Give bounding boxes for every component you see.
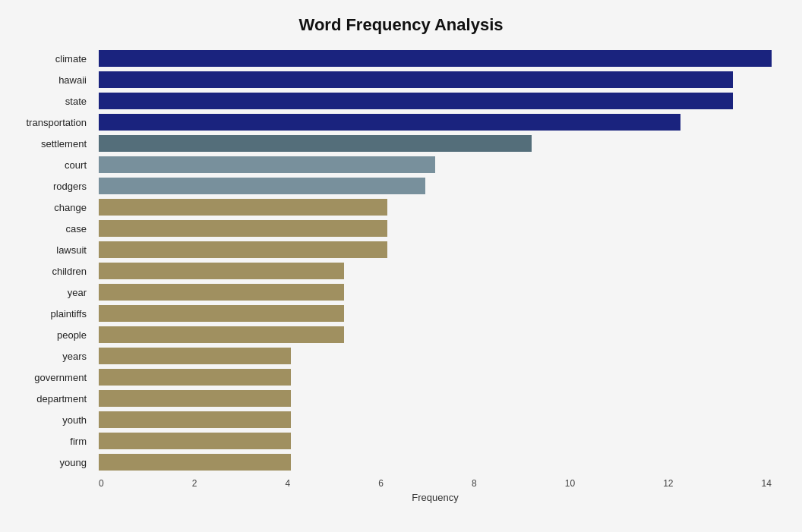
bar-wrapper <box>99 199 772 216</box>
bar-label: firm <box>9 436 93 447</box>
x-tick-label: 10 <box>565 478 575 489</box>
bar-row: children <box>99 261 772 281</box>
bar-wrapper <box>99 178 772 194</box>
bar-fill <box>99 93 733 109</box>
bar-label: youth <box>9 414 93 426</box>
bar-row: years <box>99 346 772 366</box>
bar-row: lawsuit <box>99 240 772 260</box>
bar-row: transportation <box>99 112 772 132</box>
bar-fill <box>99 199 387 216</box>
x-tick-label: 0 <box>99 478 104 489</box>
bar-row: government <box>99 367 772 387</box>
bar-label: settlement <box>9 138 93 150</box>
bar-fill <box>99 241 387 258</box>
bar-fill <box>99 135 532 152</box>
bar-fill <box>99 263 344 279</box>
bar-label: transportation <box>9 117 93 128</box>
bar-wrapper <box>99 71 772 88</box>
x-tick-label: 2 <box>192 478 197 489</box>
bar-wrapper <box>99 454 772 471</box>
bar-row: court <box>99 155 772 175</box>
bar-fill <box>99 114 680 131</box>
chart-title: Word Frequency Analysis <box>30 15 772 35</box>
x-tick-label: 4 <box>286 478 291 489</box>
bar-fill <box>99 369 291 386</box>
bar-fill <box>99 71 733 88</box>
bar-wrapper <box>99 411 772 428</box>
x-ticks: 02468101214 <box>99 478 772 489</box>
bar-wrapper <box>99 156 772 173</box>
bar-row: plaintiffs <box>99 304 772 323</box>
bar-fill <box>99 390 291 407</box>
bar-wrapper <box>99 305 772 322</box>
bar-wrapper <box>99 50 772 67</box>
bars-area: climatehawaiistatetransportationsettleme… <box>99 49 772 472</box>
bar-label: rodgers <box>9 181 93 192</box>
bar-row: rodgers <box>99 176 772 196</box>
bar-row: settlement <box>99 134 772 153</box>
bar-fill <box>99 433 291 449</box>
bar-fill <box>99 454 291 471</box>
bar-label: young <box>9 457 93 468</box>
bar-fill <box>99 305 344 322</box>
bar-wrapper <box>99 114 772 131</box>
bar-wrapper <box>99 369 772 386</box>
bar-label: lawsuit <box>9 244 93 256</box>
bar-wrapper <box>99 284 772 301</box>
bar-label: court <box>9 159 93 171</box>
bar-fill <box>99 50 772 67</box>
bar-row: people <box>99 325 772 345</box>
bar-fill <box>99 156 435 173</box>
bar-fill <box>99 348 291 364</box>
chart-container: Word Frequency Analysis climatehawaiista… <box>0 0 802 532</box>
x-tick-label: 8 <box>472 478 477 489</box>
bar-label: climate <box>9 53 93 65</box>
bar-wrapper <box>99 433 772 449</box>
bar-row: change <box>99 197 772 217</box>
x-tick-label: 6 <box>378 478 384 489</box>
bar-fill <box>99 220 387 237</box>
bar-fill <box>99 411 291 428</box>
bar-row: case <box>99 219 772 238</box>
bar-wrapper <box>99 220 772 237</box>
bar-label: people <box>9 329 93 341</box>
bar-label: government <box>9 372 93 383</box>
bar-wrapper <box>99 241 772 258</box>
bar-label: hawaii <box>9 74 93 86</box>
bar-wrapper <box>99 390 772 407</box>
bar-label: change <box>9 202 93 213</box>
bar-fill <box>99 284 344 301</box>
x-tick-label: 14 <box>762 478 772 489</box>
bar-wrapper <box>99 263 772 279</box>
bar-label: state <box>9 96 93 107</box>
bar-wrapper <box>99 326 772 343</box>
bar-row: department <box>99 389 772 408</box>
bar-wrapper <box>99 135 772 152</box>
bar-row: firm <box>99 431 772 451</box>
bar-row: year <box>99 282 772 302</box>
bar-label: department <box>9 393 93 405</box>
bar-label: plaintiffs <box>9 308 93 320</box>
bar-row: state <box>99 91 772 111</box>
bar-row: young <box>99 452 772 472</box>
x-axis-label: Frequency <box>99 492 772 503</box>
bar-row: climate <box>99 49 772 68</box>
bar-label: year <box>9 287 93 298</box>
bar-label: case <box>9 223 93 235</box>
bar-row: hawaii <box>99 70 772 90</box>
x-tick-label: 12 <box>663 478 673 489</box>
bar-fill <box>99 178 425 194</box>
bar-label: children <box>9 266 93 277</box>
bar-wrapper <box>99 93 772 109</box>
bar-row: youth <box>99 410 772 430</box>
bar-wrapper <box>99 348 772 364</box>
bar-fill <box>99 326 344 343</box>
x-axis: 02468101214 Frequency <box>99 478 772 501</box>
bar-label: years <box>9 351 93 362</box>
